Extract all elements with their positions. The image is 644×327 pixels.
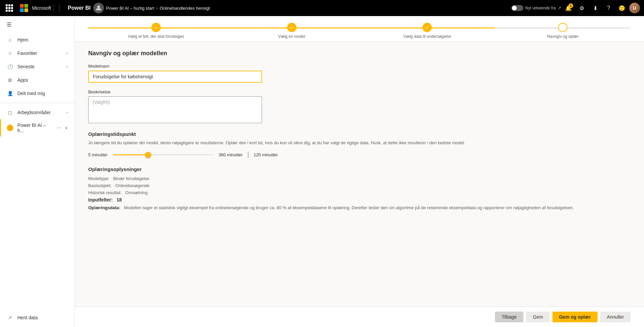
new-look-toggle[interactable]: Nyt udseende fra ↗ xyxy=(511,5,561,11)
step-3-label: Vælg data til undersøgelse xyxy=(403,34,451,39)
sidebar-item-favorites[interactable]: ☆ Favoritter › xyxy=(0,47,75,60)
step-2: ✓ Vælg en model xyxy=(224,23,360,39)
sidebar-item-apps[interactable]: ⊞ Apps xyxy=(0,73,75,87)
product-name: Power BI xyxy=(65,5,91,11)
topnav: Microsoft Power BI Power BI AI – hurtig … xyxy=(0,0,644,16)
main-layout: ☰ ⌂ Hjem ☆ Favoritter › 🕐 Seneste › ⊞ Ap… xyxy=(0,16,644,327)
info-title: Oplæringsoplysninger xyxy=(88,166,631,172)
slider-track xyxy=(113,154,213,155)
sidebar-label-recent: Seneste xyxy=(17,64,62,69)
slider-row: 5 minutter 360 minutter 120 minutter xyxy=(88,152,631,158)
apps-icon: ⊞ xyxy=(7,77,13,83)
powerbi-ai-arrow-icon[interactable]: ∨ xyxy=(65,126,68,130)
workspaces-arrow-icon: › xyxy=(67,110,68,115)
info-section: Oplæringsoplysninger Modeltype: Binær fo… xyxy=(88,166,631,212)
training-data-label: Oplæringsdata: xyxy=(88,205,120,210)
training-title: Oplæringstidspunkt xyxy=(88,131,631,137)
svg-point-0 xyxy=(97,6,100,8)
step-1-circle: ✓ xyxy=(151,23,161,32)
wizard-steps: ✓ Vælg et felt, der skal forudsiges ✓ Væ… xyxy=(75,16,644,42)
save-button[interactable]: Gem xyxy=(526,312,549,322)
description-field-group: Beskrivelse xyxy=(88,89,631,125)
sidebar-item-workspaces[interactable]: ◻ Arbejdsområder › xyxy=(0,106,75,119)
powerbi-ai-icon: ⬡ xyxy=(7,125,13,131)
description-label: Beskrivelse xyxy=(88,89,631,94)
breadcrumb-end: Onlinehandlendes hensigt xyxy=(160,6,210,11)
slider-max-label: 360 minutter xyxy=(219,152,243,157)
training-data-text: Modellen tager et statistisk vigtigt eks… xyxy=(124,205,574,210)
feedback-button[interactable]: 🙂 xyxy=(616,2,628,14)
sidebar-label-get-data: Hent data xyxy=(17,315,68,320)
ms-label: Microsoft xyxy=(30,5,51,11)
step-3: ✓ Vælg data til undersøgelse xyxy=(360,23,495,39)
input-fields-row: Inputfelter: 18 xyxy=(88,197,631,202)
input-fields-value: 18 xyxy=(117,197,122,202)
ms-logo[interactable]: Microsoft xyxy=(17,4,54,12)
description-textarea[interactable] xyxy=(88,96,262,123)
model-type-label: Modeltype: xyxy=(88,176,110,181)
recent-arrow-icon: › xyxy=(67,64,68,69)
download-button[interactable]: ⬇ xyxy=(589,2,601,14)
content-area: ✓ Vælg et felt, der skal forudsiges ✓ Væ… xyxy=(75,16,644,327)
step-2-circle: ✓ xyxy=(287,23,296,32)
sidebar-label-favorites: Favoritter xyxy=(17,51,62,56)
training-data-row: Oplæringsdata: Modellen tager et statist… xyxy=(88,205,631,212)
sidebar-label-apps: Apps xyxy=(17,77,68,83)
historical-label: Historisk resultat: xyxy=(88,190,122,195)
sidebar-toggle[interactable]: ☰ xyxy=(4,19,14,30)
historical-row: Historisk resultat: Omsætning xyxy=(88,190,631,195)
clock-icon: 🕐 xyxy=(7,63,13,70)
sidebar-label-home: Hjem xyxy=(17,37,68,43)
home-icon: ⌂ xyxy=(7,36,13,43)
sidebar-label-workspaces: Arbejdsområder xyxy=(17,110,62,115)
shared-icon: 👤 xyxy=(7,90,13,97)
back-button[interactable]: Tilbage xyxy=(495,312,523,322)
slider-min-label: 5 minutter xyxy=(88,152,108,157)
training-section: Oplæringstidspunkt Jo længere tid du opl… xyxy=(88,131,631,158)
sidebar-item-powerbi-ai[interactable]: ⬡ Power BI AI – h... ⋯ ∨ xyxy=(0,119,75,137)
breadcrumb: Power BI AI – hurtig start › Onlinehandl… xyxy=(93,3,508,13)
toggle-label: Nyt udseende fra xyxy=(525,6,556,10)
training-slider[interactable] xyxy=(113,152,213,158)
sidebar-label-shared: Delt med mig xyxy=(17,91,68,96)
model-type-row: Modeltype: Binær forudsigelse xyxy=(88,176,631,181)
steps-track: ✓ Vælg et felt, der skal forudsiges ✓ Væ… xyxy=(88,23,631,39)
powerbi-ai-dots-icon: ⋯ xyxy=(57,126,61,130)
get-data-icon: ↗ xyxy=(7,314,13,321)
step-4-circle xyxy=(558,23,567,32)
base-object-row: Basisobjekt: Onlinebesøgende xyxy=(88,183,631,188)
toggle-arrow: ↗ xyxy=(558,6,561,10)
breadcrumb-sep: › xyxy=(156,5,158,11)
sidebar-item-shared[interactable]: 👤 Delt med mig xyxy=(0,87,75,100)
breadcrumb-avatar[interactable] xyxy=(93,3,104,13)
notification-button[interactable]: 🔔 1 xyxy=(562,2,574,14)
step-1-label: Vælg et felt, der skal forudsiges xyxy=(128,34,184,39)
footer: Tilbage Gem Gem og oplær Annuller xyxy=(75,307,644,327)
user-avatar[interactable]: U xyxy=(629,3,640,13)
form-content: Navngiv og oplær modellen Modelnavn Besk… xyxy=(75,42,644,307)
save-train-button[interactable]: Gem og oplær xyxy=(552,312,598,322)
step-4-label: Navngiv og oplær xyxy=(547,34,578,39)
model-type-value: Binær forudsigelse xyxy=(113,176,149,181)
cancel-button[interactable]: Annuller xyxy=(600,312,631,322)
sidebar-item-home[interactable]: ⌂ Hjem xyxy=(0,33,75,47)
step-1: ✓ Vælg et felt, der skal forudsiges xyxy=(88,23,224,39)
star-icon: ☆ xyxy=(7,50,13,57)
input-fields-label: Inputfelter: xyxy=(88,197,113,202)
favorites-arrow-icon: › xyxy=(67,51,68,56)
historical-value: Omsætning xyxy=(125,190,148,195)
sidebar-item-get-data[interactable]: ↗ Hent data xyxy=(0,311,75,324)
settings-button[interactable]: ⚙ xyxy=(576,2,588,14)
slider-current-value: 120 minutter xyxy=(254,152,278,157)
base-object-value: Onlinebesøgende xyxy=(115,183,150,188)
training-desc: Jo længere tid du oplærer din model, des… xyxy=(88,140,631,146)
base-object-label: Basisobjekt: xyxy=(88,183,112,188)
model-name-field-group: Modelnavn xyxy=(88,64,631,83)
help-button[interactable]: ? xyxy=(603,2,615,14)
slider-thumb[interactable] xyxy=(145,152,151,158)
sidebar-item-recent[interactable]: 🕐 Seneste › xyxy=(0,60,75,73)
model-name-input[interactable] xyxy=(88,71,262,83)
workspace-icon: ◻ xyxy=(7,109,13,116)
sidebar: ☰ ⌂ Hjem ☆ Favoritter › 🕐 Seneste › ⊞ Ap… xyxy=(0,16,75,327)
grid-icon[interactable] xyxy=(4,3,15,13)
